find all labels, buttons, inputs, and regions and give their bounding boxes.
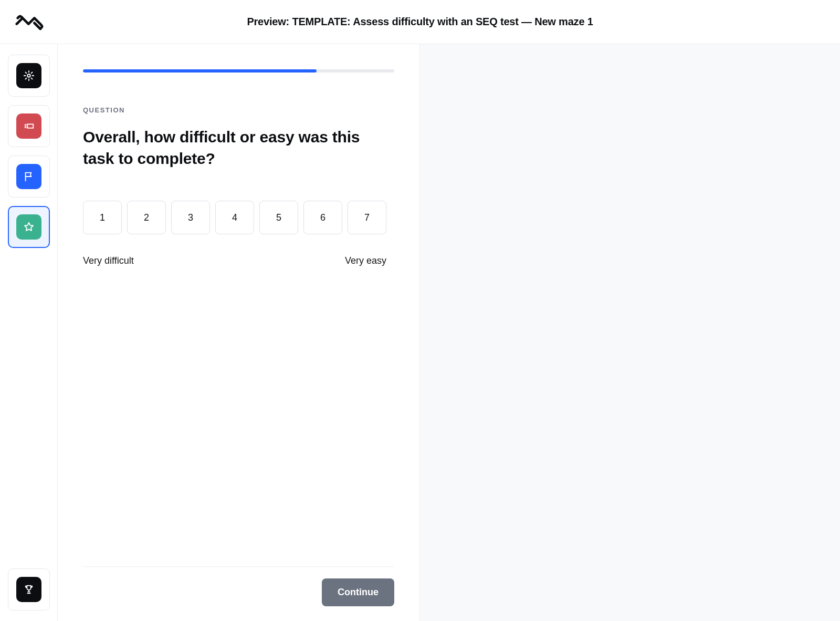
flag-icon — [16, 164, 41, 189]
rating-option-2[interactable]: 2 — [127, 201, 166, 234]
rating-option-6[interactable]: 6 — [303, 201, 342, 234]
gear-icon — [16, 63, 41, 88]
scale-labels: Very difficult Very easy — [83, 255, 386, 266]
step-finish[interactable] — [8, 568, 50, 610]
scale-max-label: Very easy — [345, 255, 386, 266]
content: QUESTION Overall, how difficult or easy … — [58, 44, 840, 621]
maze-logo — [15, 13, 46, 31]
header: Preview: TEMPLATE: Assess difficulty wit… — [0, 0, 840, 44]
progress-fill — [83, 69, 317, 73]
continue-button[interactable]: Continue — [322, 578, 394, 606]
svg-rect-2 — [24, 126, 26, 127]
rating-option-4[interactable]: 4 — [215, 201, 254, 234]
rating-option-5[interactable]: 5 — [259, 201, 298, 234]
svg-rect-3 — [24, 127, 26, 128]
scale-min-label: Very difficult — [83, 255, 134, 266]
panel-footer: Continue — [83, 566, 394, 621]
step-block[interactable] — [8, 105, 50, 147]
rating-option-3[interactable]: 3 — [171, 201, 210, 234]
rating-option-7[interactable]: 7 — [348, 201, 386, 234]
svg-rect-4 — [27, 124, 33, 128]
progress-bar — [83, 69, 394, 73]
step-flag[interactable] — [8, 156, 50, 198]
page-title: Preview: TEMPLATE: Assess difficulty wit… — [46, 16, 794, 28]
sidebar — [0, 44, 58, 621]
body: QUESTION Overall, how difficult or easy … — [0, 44, 840, 621]
question-eyebrow: QUESTION — [83, 106, 394, 114]
rating-scale: 1 2 3 4 5 6 7 — [83, 201, 394, 234]
svg-rect-1 — [24, 124, 26, 125]
star-icon — [16, 214, 41, 240]
question-text: Overall, how difficult or easy was this … — [83, 127, 387, 169]
app-root: Preview: TEMPLATE: Assess difficulty wit… — [0, 0, 840, 621]
svg-point-0 — [27, 74, 30, 77]
step-rating[interactable] — [8, 206, 50, 248]
rating-option-1[interactable]: 1 — [83, 201, 122, 234]
step-setup[interactable] — [8, 55, 50, 97]
preview-area — [420, 44, 840, 621]
layout-icon — [16, 113, 41, 139]
svg-marker-5 — [24, 223, 33, 231]
question-panel: QUESTION Overall, how difficult or easy … — [58, 44, 420, 621]
trophy-icon — [16, 577, 41, 602]
